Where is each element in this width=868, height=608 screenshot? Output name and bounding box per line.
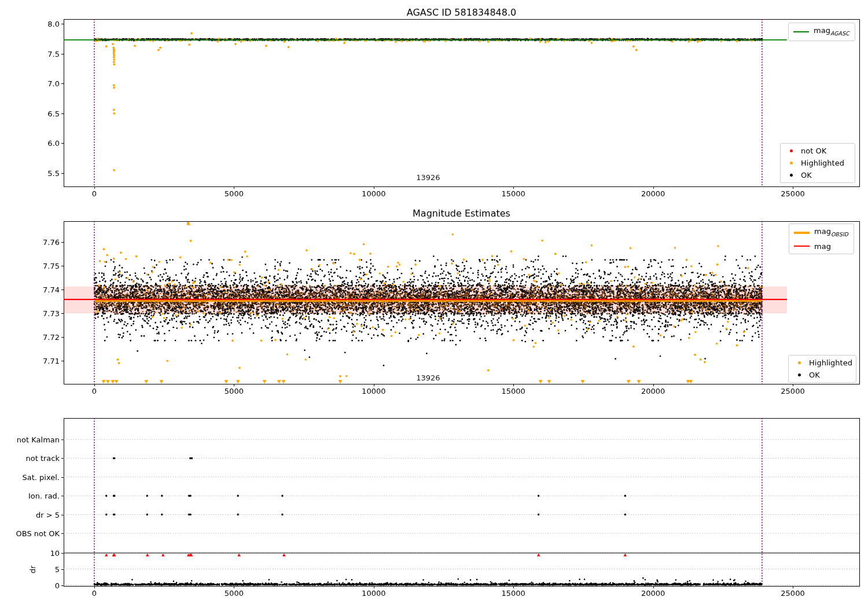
highlighted-marker-swatch (790, 162, 793, 164)
x-tick-label: 5000 (225, 589, 244, 598)
x-tick-label: 25000 (781, 387, 804, 395)
plot1-title: AGASC ID 581834848.0 (64, 7, 859, 18)
legend-item-mag-obsid: magOBSID (793, 227, 848, 239)
legend-item-mag: mag (793, 242, 848, 251)
y-tick-label: 7.74 (1, 285, 60, 294)
plot1-obsid-annotation: 13926 (416, 173, 440, 182)
flag-category-label: dr > 5 (1, 510, 60, 519)
plot1-line-legend: magAGASC (788, 23, 855, 41)
y-tick-label: 7.72 (1, 333, 60, 342)
y-tick-label: 7.71 (1, 357, 60, 365)
ok-marker-swatch (790, 174, 793, 177)
x-tick-label: 15000 (502, 189, 525, 198)
plot2-points-legend: Highlighted OK (788, 355, 856, 383)
ok-marker-swatch-2 (798, 373, 801, 376)
x-tick-label: 0 (92, 589, 97, 598)
flag-category-label: OBS not OK (1, 529, 60, 538)
flag-category-label: not track (1, 454, 60, 463)
legend-label-mag-obsid: magOBSID (814, 227, 848, 239)
legend-label-ok: OK (801, 171, 812, 180)
dr-tick-label: 0 (1, 581, 60, 589)
y-tick-label: 7.75 (1, 262, 60, 270)
x-tick-label: 0 (92, 189, 97, 198)
x-tick-label: 0 (92, 387, 97, 395)
x-tick-label: 20000 (641, 387, 665, 395)
x-tick-label: 15000 (502, 589, 525, 598)
legend-item-ok-2: OK (793, 371, 851, 379)
figure-agasc-mag-stats: AGASC ID 581834848.0 Magnitude Estimates… (0, 0, 868, 608)
y-tick-label: 6.0 (1, 139, 60, 148)
not-ok-marker-swatch (790, 149, 793, 152)
x-tick-label: 15000 (502, 387, 525, 395)
legend-item-not-ok: not OK (785, 146, 849, 155)
x-tick-label: 10000 (362, 589, 385, 598)
plots-canvas (0, 0, 868, 608)
legend-label-mag: mag (814, 242, 831, 251)
legend-item-ok: OK (785, 171, 849, 180)
highlighted-marker-swatch-2 (798, 361, 801, 364)
x-tick-label: 10000 (362, 387, 385, 395)
legend-label-not-ok: not OK (801, 146, 826, 155)
plot2-obsid-annotation: 13926 (416, 373, 440, 382)
legend-item-highlighted: Highlighted (785, 159, 849, 167)
legend-label-ok-2: OK (809, 371, 820, 379)
y-tick-label: 8.0 (1, 20, 60, 28)
legend-item-highlighted-2: Highlighted (793, 358, 851, 367)
x-tick-label: 20000 (641, 589, 665, 598)
y-tick-label: 7.76 (1, 238, 60, 247)
flag-category-label: not Kalman (1, 435, 60, 444)
dr-tick-label: 10 (1, 549, 60, 558)
x-tick-label: 20000 (641, 189, 665, 198)
legend-label-mag-agasc: magAGASC (814, 26, 849, 38)
mag-line-swatch (794, 246, 810, 247)
flag-category-label: Ion. rad. (1, 492, 60, 500)
x-tick-label: 25000 (781, 189, 804, 198)
plot2-title: Magnitude Estimates (64, 208, 859, 219)
x-tick-label: 25000 (781, 589, 804, 598)
y-tick-label: 7.73 (1, 309, 60, 318)
x-tick-label: 5000 (225, 387, 244, 395)
mag-obsid-line-swatch (794, 232, 810, 234)
legend-item-mag-agasc: magAGASC (793, 26, 849, 38)
x-tick-label: 10000 (362, 189, 385, 198)
y-tick-label: 5.5 (1, 169, 60, 178)
y-tick-label: 7.5 (1, 49, 60, 58)
dr-tick-label: 5 (1, 565, 60, 573)
legend-label-highlighted: Highlighted (801, 159, 844, 167)
y-tick-label: 7.0 (1, 79, 60, 88)
mag-agasc-line-swatch (793, 31, 809, 32)
flag-category-label: Sat. pixel. (1, 473, 60, 481)
y-tick-label: 6.5 (1, 109, 60, 118)
plot1-points-legend: not OK Highlighted OK (780, 143, 855, 183)
x-tick-label: 5000 (225, 189, 244, 198)
legend-label-highlighted-2: Highlighted (809, 358, 852, 367)
plot2-line-legend: magOBSID mag (789, 224, 854, 254)
